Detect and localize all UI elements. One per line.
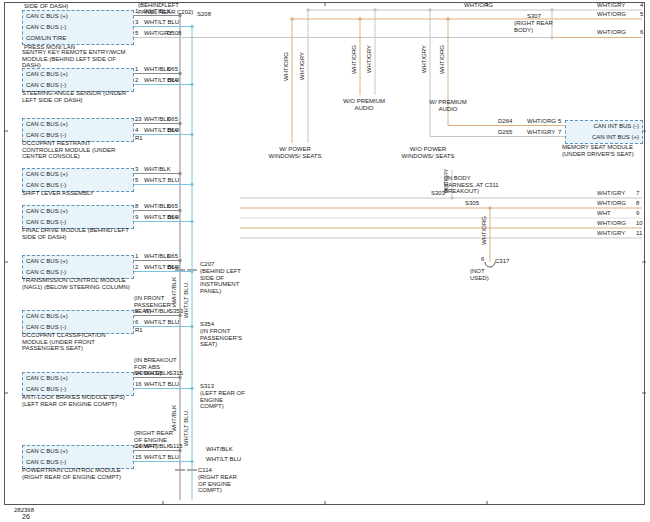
module-shift-lever-box: CAN C BUS (+) CAN C BUS (-) bbox=[22, 168, 134, 192]
pin-row: CAN INT BUS (-) bbox=[566, 121, 642, 132]
pin-number: 2 bbox=[135, 264, 138, 271]
pin-row-label: CAN C BUS (-) bbox=[26, 324, 66, 330]
pin-number: 1 bbox=[135, 8, 138, 15]
wire-code-label: D508 bbox=[167, 30, 181, 37]
pin-number: 7 bbox=[558, 129, 561, 136]
pin-number: 15 bbox=[135, 454, 142, 461]
module-fdm-caption: FINAL DRIVE MODULE (BEHIND LEFT SIDE OF … bbox=[22, 227, 132, 240]
wire-color-label-vertical: WHT/GRY bbox=[366, 45, 373, 73]
module-memory-seat-box: CAN INT BUS (-) CAN INT BUS (+) bbox=[565, 120, 643, 144]
splice-name-s303: S303 bbox=[431, 190, 445, 197]
pin-number: 9 bbox=[636, 210, 639, 217]
splice-note-s307: (RIGHT REAR BODY) bbox=[514, 20, 558, 33]
wire-color-label-vertical: WHT/GRY bbox=[299, 52, 306, 80]
wire-code-label: D264 bbox=[498, 118, 512, 125]
wire-color-label-vertical: WHT/GRY bbox=[421, 45, 428, 73]
pin-number: 8 bbox=[135, 203, 138, 210]
wire-color-label: WHT/ORG bbox=[597, 11, 626, 18]
module-sas-caption: STEERING ANGLE SENSOR (UNDER LEFT SIDE O… bbox=[22, 90, 132, 103]
pin-row: CAN C BUS (+) bbox=[23, 206, 133, 217]
module-abs-box: CAN C BUS (+) CAN C BUS (-) bbox=[22, 372, 134, 396]
pin-number: 6 bbox=[640, 29, 643, 36]
wire-color-label: WHT/ORG bbox=[597, 200, 626, 207]
pin-row-label: CAN C BUS (+) bbox=[26, 313, 68, 319]
connector-id: R1 bbox=[135, 327, 143, 334]
module-abs-caption: ANTI-LOCK BRAKES MODULE (EPS) (LEFT REAR… bbox=[22, 394, 132, 407]
wire-color-label-vertical: WHT/BLK bbox=[171, 277, 178, 304]
wire-color-label: WHT/LT BLU bbox=[144, 19, 179, 26]
splice-name-s354: S354 bbox=[200, 321, 214, 328]
wire-color-label: WHT/GRY bbox=[597, 190, 625, 197]
pin-number: 16 bbox=[135, 381, 142, 388]
wire-color-label: WHT/LT BLU bbox=[206, 456, 241, 463]
connector-id: R1 bbox=[135, 135, 143, 142]
module-orc-caption: OCCUPANT RESTRAINT CONTROLLER MODULE (UN… bbox=[22, 140, 132, 160]
pin-row-label: CAN C BUS (-) bbox=[26, 219, 66, 225]
wire-color-label: WHT/LT BLU bbox=[144, 381, 179, 388]
pin-row-label: CAN C BUS (+) bbox=[26, 258, 68, 264]
splice-note-s354: (IN FRONT PASSENGER'S SEAT) bbox=[200, 328, 246, 348]
splice-name-s315: S315 bbox=[169, 370, 183, 377]
wire-color-label: WHT/BLK bbox=[206, 446, 233, 453]
option-label-w-power-windows: W/ POWER WINDOWS/ SEATS bbox=[268, 146, 322, 159]
module-skreem-caption: SENTRY KEY REMOTE ENTRY/WCM MODULE (BEHI… bbox=[22, 49, 132, 69]
pin-number: 3 bbox=[135, 19, 138, 26]
pin-row: CAN C BUS (-) bbox=[23, 22, 133, 33]
splice-name-s115: S115 bbox=[169, 443, 183, 450]
wire-color-label: WHT/LT BLU bbox=[144, 177, 179, 184]
wire-color-label: WHT/ORG bbox=[597, 220, 626, 227]
pin-number: 8 bbox=[636, 200, 639, 207]
option-label-wo-power-windows: W/O POWER WINDOWS/ SEATS bbox=[398, 146, 458, 159]
pin-row-label: CAN C BUS (+) bbox=[26, 208, 68, 214]
wire-color-label: WHT/ORG bbox=[527, 118, 556, 125]
pin-row-label: CAN C BUS (+) bbox=[26, 375, 68, 381]
module-pcm-caption: POWERTRAIN CONTROL MODULE (RIGHT REAR OF… bbox=[22, 467, 132, 480]
pin-row-label: CAN C BUS (+) bbox=[26, 171, 68, 177]
pin-row: CAN C BUS (+) bbox=[23, 69, 133, 80]
wire-color-label: WHT/LT BLU bbox=[144, 454, 179, 461]
pin-row-label: CAN C BUS (+) bbox=[26, 71, 68, 77]
wire-code-label: D265 bbox=[498, 129, 512, 136]
module-fdm-box: CAN C BUS (+) CAN C BUS (-) bbox=[22, 205, 134, 229]
pin-row: CAN C BUS (+) bbox=[23, 311, 133, 322]
wire-color-label: WHT bbox=[597, 210, 611, 217]
pin-row: CAN C BUS (+) bbox=[23, 119, 133, 130]
module-tcm-box: CAN C BUS (+) CAN C BUS (-) bbox=[22, 255, 134, 279]
pin-row-label: CAN C BUS (-) bbox=[26, 132, 66, 138]
connector-name-c207: C207 bbox=[200, 261, 214, 268]
module-skreem-box: CAN C BUS (+) CAN C BUS (-) COM/LIN TIRE bbox=[22, 10, 134, 45]
wire-code-label: D65 bbox=[167, 203, 178, 210]
pin-row-label: CAN C BUS (+) bbox=[26, 448, 68, 454]
wire-color-label-vertical: WHT/ORG bbox=[439, 45, 446, 74]
pin-number: 1 bbox=[135, 253, 138, 260]
wire-color-label: WHT/GRY bbox=[597, 2, 625, 9]
connector-name-c114: C114 bbox=[198, 467, 212, 474]
wire-code-label: D64 bbox=[167, 77, 178, 84]
pin-row: CAN C BUS (+) bbox=[23, 169, 133, 180]
pin-number: 3 bbox=[135, 166, 138, 173]
pin-number: 5 bbox=[558, 118, 561, 125]
splice-name-s208: S208 bbox=[197, 11, 211, 18]
wire-code-label: D64 bbox=[167, 214, 178, 221]
pin-row: COM/LIN TIRE bbox=[23, 33, 133, 44]
pin-number: 9 bbox=[135, 214, 138, 221]
wire-color-label-vertical: WHT/ORG bbox=[283, 52, 290, 81]
module-shift-lever-caption: SHIFT LEVER ASSEMBLY bbox=[22, 190, 132, 197]
pin-number: 7 bbox=[636, 190, 639, 197]
splice-name-s353: S353 bbox=[169, 308, 183, 315]
module-orc-box: CAN C BUS (+) CAN C BUS (-) bbox=[22, 118, 134, 142]
wire-code-label: D64 bbox=[167, 264, 178, 271]
wire-color-label: WHT/GRY bbox=[597, 230, 625, 237]
module-sas-box: CAN C BUS (+) CAN C BUS (-) bbox=[22, 68, 134, 92]
wire-code-label: D64 bbox=[167, 127, 178, 134]
pin-row: CAN INT BUS (+) bbox=[566, 132, 642, 143]
wire-color-label: WHT/BLK bbox=[144, 8, 171, 15]
wire-code-label: D65 bbox=[167, 253, 178, 260]
pin-row-label: CAN C BUS (+) bbox=[26, 13, 68, 19]
connector-note-c317: (NOT USED) bbox=[470, 268, 500, 281]
wiring-diagram-page: SIDE OF DASH) (BEHIND LEFT PANEL NEAR C2… bbox=[0, 0, 650, 522]
splice-note-s305: (IN BODY HARNESS, AT C311 BREAKOUT) bbox=[444, 175, 502, 195]
pin-number: 11 bbox=[636, 230, 642, 237]
pin-row-label: CAN INT BUS (-) bbox=[593, 123, 639, 129]
option-label-w-premium-audio: W/ PREMIUM AUDIO bbox=[424, 99, 472, 112]
